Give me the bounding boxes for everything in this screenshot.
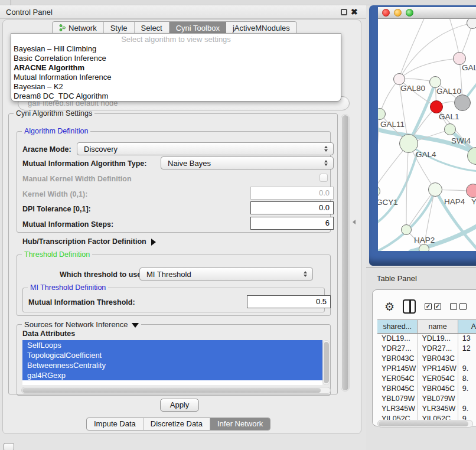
network-node-red[interactable] [430,100,443,113]
network-canvas[interactable]: GAL GAL80 GAL10 GAL1 GAL11 SWI4 GAL4 GCY… [378,19,476,251]
close-icon[interactable]: ✖ [351,6,358,18]
dropdown-item[interactable]: Dream8 DC_TDC Algorithm [11,92,341,101]
network-node[interactable] [428,182,442,197]
table-row[interactable]: YDR27...YDR27...12 [377,344,476,354]
attribute-list-vertical-scrollbar[interactable] [322,340,330,385]
dropdown-item-selected[interactable]: ARACNE Algorithm [11,63,341,73]
node-label: GAL1 [439,112,459,121]
tab-network-label: Network [69,24,97,32]
column-header[interactable]: name [418,320,458,333]
hub-definition-toggle[interactable]: Hub/Transcription Factor Definition [22,237,156,246]
table-row[interactable]: YLR345WYLR345W9. [377,404,476,414]
kernel-width-field[interactable]: 0.0 [250,187,334,200]
manual-kernel-label: Manual Kernel Width Definition [22,175,132,183]
tab-jactivemnodules[interactable]: jActiveMNodules [226,22,296,34]
network-window-titlebar[interactable] [378,7,476,19]
expanded-arrow-icon [132,323,139,328]
table-panel-titlebar: Table Panel [366,267,476,289]
dropdown-item[interactable]: Basic Correlation Inference [11,54,341,63]
dock-icon[interactable] [4,443,14,450]
mi-threshold-field[interactable]: 0.5 [247,295,331,308]
table-row[interactable]: YBL079WYBL079W [377,394,476,404]
zoom-traffic-icon[interactable] [406,9,413,17]
manual-kernel-checkbox[interactable] [319,174,328,182]
sources-group-title[interactable]: Sources for Network Inference [22,320,141,329]
tab-infer-network[interactable]: Infer Network [210,418,270,430]
bottom-tabs: Impute Data Discretize Data Infer Networ… [86,418,270,431]
dropdown-item[interactable]: Bayesian – K2 [11,82,341,92]
float-icon[interactable] [341,9,347,15]
select-all-icon[interactable]: ✓✓ [425,303,441,310]
tab-discretize-data[interactable]: Discretize Data [144,418,210,430]
tab-impute-data[interactable]: Impute Data [87,418,144,430]
node-label: HAP4 [444,197,465,206]
algorithm-definition-title: Algorithm Definition [22,127,90,135]
network-node-pink[interactable] [466,184,476,198]
deselect-all-icon[interactable] [450,303,467,310]
dpi-tolerance-field[interactable]: 0.0 [250,201,334,214]
splitpane-collapse-handle[interactable] [353,220,356,225]
table-horizontal-scrollbar[interactable] [377,420,473,428]
tab-cyni-toolbox[interactable]: Cyni Toolbox [169,22,226,34]
table-row[interactable]: YBR045CYBR045C9. [377,384,476,394]
list-item-selected[interactable]: SelfLoops [22,340,322,350]
network-node[interactable] [429,76,441,88]
network-node-gray[interactable] [454,94,471,111]
mi-type-combo[interactable]: Naive Bayes [161,156,334,169]
combo-arrows-icon [304,271,307,277]
node-label: GAL [462,63,476,72]
dpi-tolerance-label: DPI Tolerance [0,1]: [22,205,91,213]
mi-steps-field[interactable]: 6 [250,217,334,230]
close-traffic-icon[interactable] [382,9,390,17]
network-node[interactable] [401,224,412,235]
settings-group-title: Cyni Algorithm Settings [14,109,94,118]
dropdown-item[interactable]: Bayesian – Hill Climbing [11,44,341,54]
settings-horizontal-scrollbar[interactable] [21,387,331,394]
data-attributes-label: Data Attributes [22,330,75,338]
table-row[interactable]: YPR145WYPR145W9. [377,364,476,374]
network-node[interactable] [444,123,456,135]
table-panel-title: Table Panel [377,274,417,283]
list-item-selected[interactable]: BetweennessCentrality [22,360,322,370]
tab-network[interactable]: Network [53,22,104,34]
column-view-icon[interactable] [403,299,416,314]
column-header[interactable]: A [458,320,476,333]
aracne-mode-combo[interactable]: Discovery [77,142,334,155]
data-attributes-list: SelfLoops TopologicalCoefficient Between… [22,340,322,385]
kernel-width-label: Kernel Width (0,1): [22,190,87,198]
combo-arrows-icon [324,146,328,152]
window-top-strip [0,0,476,5]
column-header[interactable]: shared... [377,320,418,333]
node-label: SWI4 [451,136,471,145]
mi-threshold-label: Mutual Information Threshold: [28,298,135,306]
network-node[interactable] [393,73,405,85]
settings-vertical-scrollbar[interactable] [341,114,350,392]
table-toolbar: ⚙ ✓✓ [373,295,476,318]
node-label: HAP2 [414,236,435,244]
node-label: Y [471,197,476,206]
node-label: GCY1 [378,198,398,207]
table-panel-window: ⚙ ✓✓ shared... name A YDL19...YDL19...13… [372,289,476,426]
tab-style[interactable]: Style [104,22,135,34]
table-row[interactable]: YBR043CYBR043C [377,354,476,364]
list-item-selected[interactable]: TopologicalCoefficient [22,350,322,360]
apply-button[interactable]: Apply [160,399,199,412]
node-label: GAL80 [400,84,425,93]
table-row[interactable]: YDL19...YDL19...13 [377,334,476,344]
gear-icon[interactable]: ⚙ [384,300,395,314]
which-threshold-combo[interactable]: MI Threshold [139,268,313,281]
minimize-traffic-icon[interactable] [394,9,402,17]
network-icon [59,24,66,31]
control-panel-tabs: Network Style Select Cyni Toolbox jActiv… [52,21,297,34]
list-item-selected[interactable]: gal4RGexp [22,370,322,380]
network-node[interactable] [419,244,429,251]
tab-select[interactable]: Select [135,22,169,34]
algorithm-dropdown-list: Select algorithm to view settings Bayesi… [11,33,341,102]
table-row[interactable]: YER054CYER054C8. [377,374,476,384]
dropdown-item[interactable]: Mutual Information Inference [11,73,341,82]
which-threshold-label: Which threshold to use: [60,270,144,279]
combo-arrows-icon [324,160,328,166]
network-node[interactable] [467,19,476,29]
table-header-row: shared... name A [377,319,476,334]
mi-threshold-definition-title: MI Threshold Definition [28,283,108,292]
